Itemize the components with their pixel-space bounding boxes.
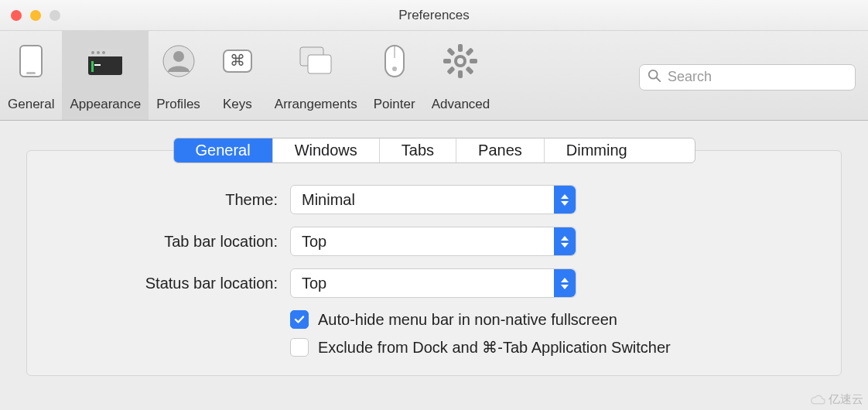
toolbar-item-label: General: [8, 97, 54, 112]
settings-group: Theme: Minimal Tab bar location: Top: [26, 150, 842, 376]
svg-rect-7: [91, 61, 94, 72]
theme-select[interactable]: Minimal: [290, 185, 576, 214]
svg-rect-26: [466, 66, 474, 74]
toolbar-item-appearance[interactable]: Appearance: [62, 31, 149, 120]
tabbar-select[interactable]: Top: [290, 227, 576, 256]
svg-rect-1: [26, 72, 36, 74]
svg-point-10: [173, 51, 184, 62]
keys-icon: ⌘: [216, 40, 259, 82]
svg-rect-23: [466, 47, 474, 56]
toolbar-item-general[interactable]: General: [0, 31, 62, 120]
toolbar-item-advanced[interactable]: Advanced: [424, 31, 498, 120]
toolbar-item-profiles[interactable]: Profiles: [149, 31, 208, 120]
theme-label: Theme:: [58, 191, 290, 209]
search-icon: [648, 69, 661, 86]
tab-dimming[interactable]: Dimming: [545, 138, 649, 162]
tabbar-value: Top: [302, 233, 326, 251]
toolbar-item-label: Pointer: [374, 97, 415, 112]
svg-point-28: [649, 70, 658, 78]
watermark: 亿速云: [810, 392, 863, 407]
toolbar-item-label: Profiles: [156, 97, 200, 112]
toolbar-item-keys[interactable]: ⌘ Keys: [208, 31, 267, 120]
svg-rect-8: [94, 64, 101, 66]
svg-point-27: [457, 58, 463, 64]
toolbar-item-label: Advanced: [432, 97, 490, 112]
svg-rect-24: [447, 66, 456, 74]
toolbar-item-label: Arrangements: [275, 97, 357, 112]
tab-tabs[interactable]: Tabs: [380, 138, 456, 162]
svg-point-6: [102, 51, 105, 54]
select-handle-icon: [554, 227, 576, 255]
tab-panes[interactable]: Panes: [456, 138, 545, 162]
select-handle-icon: [554, 269, 576, 297]
zoom-button[interactable]: [50, 10, 60, 21]
tabbar-label: Tab bar location:: [58, 233, 290, 251]
exclude-dock-checkbox[interactable]: [290, 338, 309, 357]
arrangements-icon: [294, 40, 337, 82]
svg-point-17: [392, 67, 397, 71]
select-handle-icon: [554, 186, 576, 214]
svg-point-4: [91, 51, 94, 54]
general-icon: [9, 40, 53, 82]
toolbar-item-label: Keys: [223, 97, 252, 112]
minimize-button[interactable]: [30, 10, 41, 21]
toolbar-item-arrangements[interactable]: Arrangements: [267, 31, 365, 120]
toolbar-item-label: Appearance: [70, 97, 141, 112]
statusbar-label: Status bar location:: [58, 275, 290, 292]
advanced-icon: [439, 40, 482, 82]
exclude-dock-label: Exclude from Dock and ⌘-Tab Application …: [318, 338, 671, 357]
window-title: Preferences: [0, 8, 868, 23]
search-input[interactable]: [668, 69, 847, 85]
tab-general[interactable]: General: [174, 138, 273, 162]
close-button[interactable]: [11, 10, 22, 21]
toolbar-item-pointer[interactable]: Pointer: [365, 31, 424, 120]
titlebar: Preferences: [0, 0, 868, 31]
search-field[interactable]: [639, 64, 856, 91]
toolbar: General Appearance Profiles ⌘ Keys Arran…: [0, 31, 868, 121]
theme-value: Minimal: [302, 191, 355, 209]
svg-rect-14: [308, 55, 331, 73]
traffic-lights: [11, 10, 60, 21]
svg-rect-25: [447, 47, 456, 56]
svg-rect-21: [443, 59, 451, 63]
statusbar-select[interactable]: Top: [290, 268, 576, 298]
tab-windows[interactable]: Windows: [273, 138, 380, 162]
statusbar-value: Top: [302, 275, 326, 292]
svg-rect-20: [458, 70, 463, 78]
svg-rect-19: [458, 44, 463, 52]
svg-point-5: [97, 51, 100, 54]
svg-line-29: [657, 77, 661, 81]
svg-rect-22: [470, 59, 477, 63]
appearance-icon: [84, 40, 127, 82]
auto-hide-label: Auto-hide menu bar in non-native fullscr…: [318, 311, 617, 329]
pointer-icon: [373, 40, 416, 82]
segmented-tabs: General Windows Tabs Panes Dimming: [173, 138, 695, 163]
svg-text:⌘: ⌘: [230, 52, 245, 69]
auto-hide-checkbox[interactable]: [290, 310, 309, 329]
profiles-icon: [157, 40, 200, 82]
